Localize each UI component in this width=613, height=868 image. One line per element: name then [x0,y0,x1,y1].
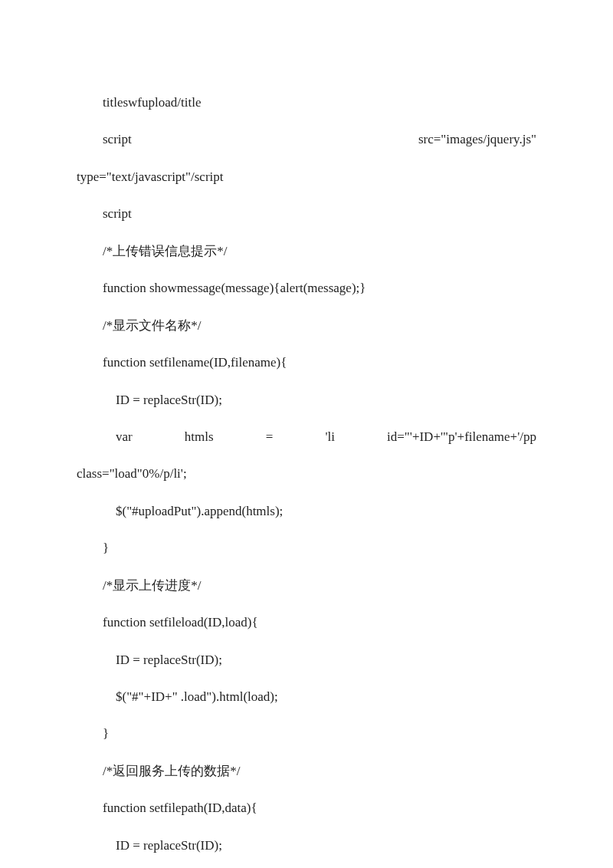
code-frag: src="images/jquery.js" [418,121,536,158]
code-line: } [77,715,536,752]
code-line: /*显示文件名称*/ [77,307,536,344]
code-line: var s = eval('('+data+')'); [77,864,536,868]
code-line: ID = replaceStr(ID); [77,382,536,419]
code-line: } [77,530,536,567]
code-line: function setfilename(ID,filename){ [77,344,536,381]
code-line: script src="images/jquery.js" [77,121,536,158]
code-frag: id="'+ID+'"p'+filename+'/pp [387,419,536,455]
code-frag: var [116,419,133,455]
code-line: function showmessage(message){alert(mess… [77,270,536,307]
code-frag: = [266,419,274,455]
code-frag: htmls [185,419,214,455]
code-line: ID = replaceStr(ID); [77,642,536,679]
code-frag: 'li [325,419,335,455]
code-line: $("#"+ID+" .load").html(load); [77,679,536,715]
code-line: titleswfupload/title [77,84,536,121]
code-line: /*上传错误信息提示*/ [77,233,536,270]
code-line: $("#uploadPut").append(htmls); [77,493,536,530]
code-line: /*返回服务上传的数据*/ [77,753,536,790]
code-line: var htmls = 'li id="'+ID+'"p'+filename+'… [77,419,536,455]
code-line: script [77,196,536,232]
code-line: ID = replaceStr(ID); [77,827,536,864]
code-line: function setfilepath(ID,data){ [77,790,536,827]
code-line: /*显示上传进度*/ [77,567,536,604]
document-page: titleswfupload/title script src="images/… [0,0,613,868]
code-line: type="text/javascript"/script [77,159,536,196]
code-frag: script [103,121,132,158]
code-line: function setfileload(ID,load){ [77,604,536,641]
code-line: class="load"0%/p/li'; [77,455,536,492]
